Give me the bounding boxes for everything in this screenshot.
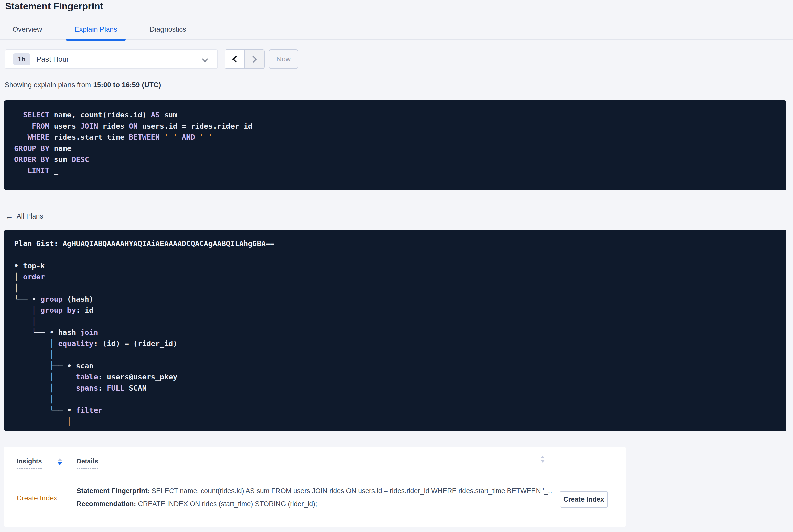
plan-gist-block: Plan Gist: AgHUAQIABQAAAAHYAQIAiAEAAAADC… — [4, 230, 787, 431]
insights-table-card: Insights Details Create Index Statement … — [4, 446, 626, 527]
arrow-left-icon: ← — [5, 212, 13, 220]
recommendation-label: Recommendation: — [77, 500, 136, 508]
fingerprint-text: SELECT name, count(rides.id) AS sum FROM… — [150, 487, 552, 495]
statement-fingerprint-page: Statement Fingerprint Overview Explain P… — [0, 0, 793, 532]
next-range-button[interactable] — [245, 50, 264, 69]
sort-up-icon — [58, 458, 62, 461]
sort-up-icon — [540, 456, 545, 458]
create-index-button[interactable]: Create Index — [560, 491, 608, 508]
sql-statement-block: SELECT name, count(rides.id) AS sum FROM… — [4, 100, 787, 190]
chevron-down-icon — [202, 56, 208, 62]
now-button[interactable]: Now — [269, 49, 298, 69]
tab-explain-plans[interactable]: Explain Plans — [75, 23, 117, 39]
all-plans-back-link[interactable]: ← All Plans — [5, 212, 43, 220]
time-pager — [225, 49, 265, 69]
recommendation-detail: Recommendation: CREATE INDEX ON rides (s… — [77, 500, 552, 508]
summary-range: 15:00 to 16:59 (UTC) — [93, 81, 161, 89]
column-header-insights[interactable]: Insights — [17, 457, 42, 469]
tab-bar: Overview Explain Plans Diagnostics — [0, 23, 793, 40]
column-header-details[interactable]: Details — [77, 457, 98, 469]
time-controls: 1h Past Hour Now — [4, 49, 298, 69]
fingerprint-label: Statement Fingerprint: — [77, 487, 150, 495]
chevron-right-icon — [250, 56, 257, 63]
row-divider — [9, 518, 621, 518]
time-range-badge: 1h — [13, 53, 30, 65]
chevron-left-icon — [232, 56, 239, 63]
page-title: Statement Fingerprint — [5, 1, 103, 12]
sort-down-icon — [540, 460, 545, 462]
insight-type-link[interactable]: Create Index — [17, 494, 57, 502]
showing-plans-summary: Showing explain plans from 15:00 to 16:5… — [4, 81, 161, 89]
sort-insights-icon[interactable] — [58, 458, 62, 465]
all-plans-label: All Plans — [17, 212, 43, 220]
header-divider — [9, 476, 621, 476]
fingerprint-detail: Statement Fingerprint: SELECT name, coun… — [77, 487, 552, 495]
time-range-dropdown[interactable]: 1h Past Hour — [4, 49, 218, 69]
sort-down-icon — [58, 462, 62, 465]
summary-prefix: Showing explain plans from — [4, 81, 93, 89]
previous-range-button[interactable] — [225, 50, 245, 69]
time-range-label: Past Hour — [36, 55, 69, 63]
tab-diagnostics[interactable]: Diagnostics — [150, 23, 186, 39]
tab-overview[interactable]: Overview — [13, 23, 42, 39]
recommendation-text: CREATE INDEX ON rides (start_time) STORI… — [136, 500, 317, 508]
sort-details-icon[interactable] — [540, 456, 545, 462]
